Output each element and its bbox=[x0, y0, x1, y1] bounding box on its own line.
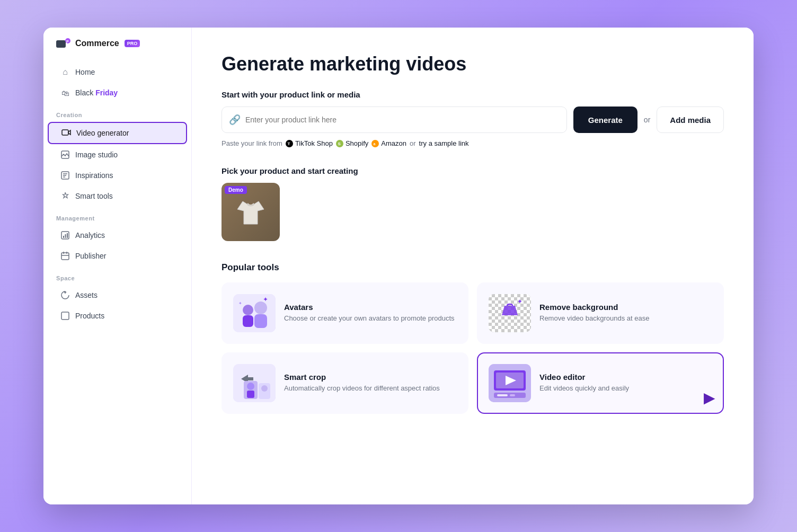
assets-icon bbox=[60, 290, 70, 300]
svg-rect-26 bbox=[243, 315, 253, 327]
sidebar-logo: P Commerce PRO bbox=[43, 38, 191, 61]
generate-button[interactable]: Generate bbox=[573, 107, 637, 133]
removebg-thumbnail: ✦ bbox=[489, 294, 531, 332]
svg-rect-0 bbox=[56, 40, 66, 48]
product-grid: Demo bbox=[222, 183, 724, 241]
smartcrop-name: Smart crop bbox=[284, 373, 440, 382]
sidebar-item-image-studio-label: Image studio bbox=[75, 150, 118, 159]
tool-card-avatars[interactable]: ✦ ✦ 👆 Avatars Choose or create your own … bbox=[222, 282, 468, 344]
analytics-icon bbox=[60, 230, 70, 240]
sample-link[interactable]: try a sample link bbox=[419, 139, 469, 147]
products-icon bbox=[60, 311, 70, 321]
sidebar-item-black-friday[interactable]: Black Friday bbox=[48, 83, 187, 103]
removebg-desc: Remove video backgrounds at ease bbox=[539, 314, 649, 323]
svg-text:✦: ✦ bbox=[517, 298, 523, 305]
sidebar-item-inspirations[interactable]: Inspirations bbox=[48, 165, 187, 185]
removebg-name: Remove background bbox=[539, 303, 649, 312]
amazon-link[interactable]: a Amazon bbox=[371, 139, 406, 147]
avatars-name: Avatars bbox=[284, 303, 455, 312]
logo-badge: PRO bbox=[125, 40, 140, 47]
sidebar-item-assets[interactable]: Assets bbox=[48, 285, 187, 305]
svg-rect-50 bbox=[510, 394, 515, 396]
sidebar-item-assets-label: Assets bbox=[75, 291, 98, 299]
svg-rect-13 bbox=[61, 253, 69, 260]
svg-rect-10 bbox=[63, 236, 64, 238]
svg-text:T: T bbox=[287, 141, 290, 146]
smartcrop-info: Smart crop Automatically crop videos for… bbox=[284, 373, 440, 393]
shopify-link[interactable]: S Shopify bbox=[336, 139, 368, 147]
svg-text:✦: ✦ bbox=[238, 301, 242, 306]
sidebar-item-analytics[interactable]: Analytics bbox=[48, 225, 187, 245]
sidebar-item-image-studio[interactable]: Image studio bbox=[48, 145, 187, 165]
svg-rect-3 bbox=[62, 130, 68, 135]
removebg-info: Remove background Remove video backgroun… bbox=[539, 303, 649, 323]
home-icon bbox=[60, 67, 70, 77]
svg-text:S: S bbox=[338, 141, 341, 146]
videoeditor-desc: Edit videos quickly and easily bbox=[539, 384, 629, 393]
svg-point-27 bbox=[254, 302, 267, 314]
main-content: Generate marketing videos Start with you… bbox=[192, 28, 754, 504]
tool-card-smart-crop[interactable]: Smart crop Automatically crop videos for… bbox=[222, 352, 468, 414]
sidebar-item-home[interactable]: Home bbox=[48, 62, 187, 82]
popular-tools-label: Popular tools bbox=[222, 262, 724, 273]
svg-text:✦: ✦ bbox=[263, 296, 268, 303]
section-management: Management bbox=[43, 207, 191, 225]
tools-grid: ✦ ✦ 👆 Avatars Choose or create your own … bbox=[222, 282, 724, 414]
sidebar-item-smart-tools-label: Smart tools bbox=[75, 192, 113, 200]
link-icon: 🔗 bbox=[229, 114, 241, 126]
sidebar-item-publisher-label: Publisher bbox=[75, 252, 106, 260]
smartcrop-thumbnail bbox=[233, 364, 276, 402]
svg-rect-49 bbox=[497, 394, 508, 396]
avatars-info: Avatars Choose or create your own avatar… bbox=[284, 303, 455, 323]
sidebar-item-products-label: Products bbox=[75, 312, 104, 320]
svg-rect-12 bbox=[67, 233, 68, 238]
tiktok-shop-link[interactable]: T TikTok Shop bbox=[286, 139, 333, 147]
sidebar-item-video-generator-label: Video generator bbox=[76, 129, 129, 137]
tool-card-video-editor[interactable]: Video editor Edit videos quickly and eas… bbox=[477, 352, 724, 414]
section-space: Space bbox=[43, 267, 191, 285]
add-media-button[interactable]: Add media bbox=[657, 107, 724, 133]
smartcrop-desc: Automatically crop videos for different … bbox=[284, 384, 440, 393]
videoeditor-info: Video editor Edit videos quickly and eas… bbox=[539, 373, 629, 393]
bag-icon bbox=[60, 88, 70, 97]
sidebar-item-products[interactable]: Products bbox=[48, 306, 187, 326]
input-section-label: Start with your product link or media bbox=[222, 90, 724, 99]
page-title: Generate marketing videos bbox=[222, 53, 724, 75]
sidebar-nav: Home Black Friday Creation Video generat… bbox=[43, 61, 191, 494]
svg-rect-11 bbox=[65, 234, 66, 238]
avatars-desc: Choose or create your own avatars to pro… bbox=[284, 314, 455, 323]
videoeditor-name: Video editor bbox=[539, 373, 629, 382]
demo-badge: Demo bbox=[225, 186, 247, 194]
product-link-input[interactable] bbox=[222, 107, 567, 133]
svg-rect-17 bbox=[61, 312, 69, 320]
svg-text:a: a bbox=[374, 142, 376, 146]
videoeditor-thumbnail bbox=[489, 364, 531, 402]
paste-hint-prefix: Paste your link from bbox=[222, 139, 282, 147]
avatars-thumbnail: ✦ ✦ 👆 bbox=[233, 294, 276, 332]
svg-point-40 bbox=[247, 383, 254, 390]
sidebar-item-smart-tools[interactable]: Smart tools bbox=[48, 186, 187, 206]
sidebar-item-publisher[interactable]: Publisher bbox=[48, 246, 187, 266]
sidebar-item-analytics-label: Analytics bbox=[75, 231, 105, 240]
paste-hint: Paste your link from T TikTok Shop S Sho… bbox=[222, 139, 724, 147]
product-card-shirt[interactable]: Demo bbox=[222, 183, 280, 241]
pick-section-label: Pick your product and start creating bbox=[222, 166, 724, 175]
section-creation: Creation bbox=[43, 103, 191, 121]
publisher-icon bbox=[60, 251, 70, 261]
logo-icon: P bbox=[56, 38, 71, 49]
image-studio-icon bbox=[60, 150, 70, 159]
sidebar-item-video-generator[interactable]: Video generator bbox=[48, 122, 187, 144]
cursor-arrow: ▶ bbox=[704, 389, 715, 406]
smart-tools-icon bbox=[60, 191, 70, 201]
video-generator-icon bbox=[61, 128, 71, 138]
input-wrapper: 🔗 bbox=[222, 107, 567, 133]
tool-card-remove-background[interactable]: ✦ Remove background Remove video backgro… bbox=[477, 282, 724, 344]
svg-rect-28 bbox=[254, 314, 267, 328]
or-divider: or bbox=[644, 116, 650, 124]
logo-text: Commerce bbox=[75, 39, 119, 48]
sidebar-item-inspirations-label: Inspirations bbox=[75, 171, 113, 180]
input-row: 🔗 Generate or Add media bbox=[222, 107, 724, 133]
svg-rect-24 bbox=[233, 294, 276, 332]
app-window: P Commerce PRO Home Black Friday Creatio… bbox=[43, 28, 754, 504]
sidebar-item-home-label: Home bbox=[75, 68, 95, 76]
